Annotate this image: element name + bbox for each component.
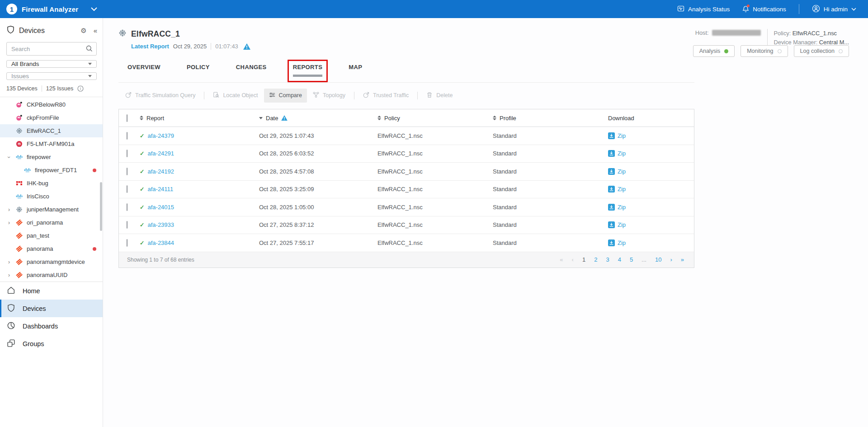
- chevron-down-icon: [88, 63, 92, 65]
- device-tree-item[interactable]: › panoramaUUID: [0, 268, 103, 282]
- info-icon[interactable]: [77, 85, 84, 92]
- collapse-sidebar-icon[interactable]: «: [94, 27, 97, 34]
- device-tree-item[interactable]: pan_test: [0, 229, 103, 242]
- issues-filter-select[interactable]: Issues: [6, 72, 97, 80]
- app-switcher-chevron-icon[interactable]: [91, 7, 97, 11]
- tab-overview[interactable]: OVERVIEW: [122, 60, 166, 76]
- report-profile: Standard: [493, 132, 608, 139]
- latest-report-link[interactable]: Latest Report: [131, 43, 169, 50]
- sidebar-item-home[interactable]: Home: [0, 282, 103, 300]
- warning-icon[interactable]: [243, 43, 250, 50]
- download-zip-link[interactable]: Zip: [618, 168, 626, 175]
- analysis-button[interactable]: Analysis: [693, 45, 735, 57]
- notifications-button[interactable]: Notifications: [742, 5, 786, 13]
- row-checkbox[interactable]: [127, 185, 127, 193]
- row-checkbox[interactable]: [127, 203, 127, 211]
- user-menu[interactable]: Hi admin: [812, 5, 856, 14]
- report-link[interactable]: afa-24291: [147, 150, 174, 157]
- report-profile: Standard: [493, 204, 608, 211]
- topology-icon: [313, 92, 319, 99]
- device-name: panoramaUUID: [27, 272, 67, 278]
- column-header-date[interactable]: Date: [259, 115, 377, 122]
- download-zip-link[interactable]: Zip: [618, 221, 626, 228]
- device-tree-item[interactable]: › panoramamgmtdevice: [0, 255, 103, 268]
- download-zip-link[interactable]: Zip: [618, 186, 626, 192]
- tab-map[interactable]: MAP: [343, 60, 368, 76]
- sidebar-item-dashboards[interactable]: Dashboards: [0, 317, 103, 335]
- download-zip-link[interactable]: Zip: [618, 239, 626, 246]
- host-value-redacted: [712, 30, 761, 36]
- home-icon: [7, 286, 15, 296]
- sort-icon[interactable]: [140, 116, 143, 120]
- brand-filter-select[interactable]: All Brands: [6, 60, 97, 68]
- tree-chevron-icon[interactable]: ›: [8, 206, 15, 213]
- date-warning-icon[interactable]: [281, 115, 288, 121]
- tree-chevron-icon[interactable]: ›: [8, 220, 15, 226]
- device-tree-item[interactable]: panorama: [0, 242, 103, 255]
- next-page-button[interactable]: ›: [670, 256, 672, 263]
- report-profile: Standard: [493, 239, 608, 246]
- report-link[interactable]: afa-24111: [147, 186, 173, 192]
- report-link[interactable]: afa-23844: [147, 239, 174, 246]
- sort-desc-icon[interactable]: [259, 117, 263, 119]
- page-10-button[interactable]: 10: [655, 256, 661, 263]
- column-header-profile[interactable]: Profile: [493, 115, 608, 122]
- report-link[interactable]: afa-24192: [147, 168, 174, 175]
- gear-icon[interactable]: ⚙: [80, 27, 86, 35]
- device-tree-item[interactable]: ElfwRACC_1: [0, 124, 103, 137]
- device-tree-item[interactable]: CKPBelowR80: [0, 98, 103, 111]
- device-name: panoramamgmtdevice: [27, 258, 85, 265]
- device-tree-item[interactable]: f5 F5-LMT-AFM901a: [0, 137, 103, 150]
- monitoring-button[interactable]: Monitoring: [741, 45, 788, 57]
- topbar: 1 Firewall Analyzer Analysis Status Noti…: [0, 0, 868, 18]
- device-tree-item[interactable]: IrisCisco: [0, 190, 103, 203]
- tab-changes[interactable]: CHANGES: [231, 60, 272, 76]
- analysis-status-button[interactable]: Analysis Status: [677, 5, 730, 14]
- report-link[interactable]: afa-24379: [147, 132, 174, 139]
- first-page-button: «: [560, 256, 563, 263]
- device-vendor-icon: [118, 29, 127, 39]
- device-tree-item[interactable]: ckpFromFile: [0, 111, 103, 124]
- column-header-policy[interactable]: Policy: [377, 115, 493, 122]
- sort-icon[interactable]: [493, 116, 496, 120]
- tab-policy[interactable]: POLICY: [181, 60, 215, 76]
- row-checkbox[interactable]: [127, 221, 127, 229]
- tab-reports[interactable]: REPORTS: [288, 60, 328, 82]
- row-checkbox[interactable]: [127, 150, 127, 157]
- notification-badge: [747, 5, 750, 7]
- page-4-button[interactable]: 4: [618, 256, 621, 263]
- device-tree-item[interactable]: firepower_FDT1: [0, 164, 103, 177]
- select-all-checkbox[interactable]: [127, 114, 127, 122]
- page-2-button[interactable]: 2: [594, 256, 597, 263]
- device-tree: CKPBelowR80 ckpFromFile ElfwRACC_1 f5 F5…: [0, 97, 103, 282]
- row-checkbox[interactable]: [127, 239, 127, 247]
- report-date: Oct 28, 2025 1:05:00: [259, 204, 377, 211]
- sidebar-item-devices[interactable]: Devices: [0, 300, 103, 317]
- row-checkbox[interactable]: [127, 168, 127, 175]
- column-header-report[interactable]: Report: [140, 115, 259, 122]
- sidebar-item-groups[interactable]: Groups: [0, 335, 103, 352]
- last-page-button[interactable]: »: [681, 256, 684, 263]
- download-zip-link[interactable]: Zip: [618, 204, 626, 211]
- device-tree-item[interactable]: IHK-bug: [0, 177, 103, 190]
- compare-button[interactable]: Compare: [264, 89, 307, 103]
- device-tree-item[interactable]: › juniperManagement: [0, 203, 103, 216]
- log-collection-button[interactable]: Log collection: [794, 45, 849, 57]
- page-5-button[interactable]: 5: [630, 256, 633, 263]
- page-3-button[interactable]: 3: [606, 256, 609, 263]
- sort-icon[interactable]: [377, 116, 381, 120]
- tree-chevron-icon[interactable]: ›: [8, 272, 15, 278]
- report-link[interactable]: afa-24015: [147, 204, 174, 211]
- prev-page-button: ‹: [572, 256, 574, 263]
- row-checkbox[interactable]: [127, 132, 127, 140]
- tree-chevron-icon[interactable]: ›: [8, 259, 15, 265]
- download-zip-link[interactable]: Zip: [618, 132, 626, 139]
- device-search-input[interactable]: [6, 42, 97, 56]
- device-tree-item[interactable]: › ori_panorama: [0, 216, 103, 229]
- device-tree-item[interactable]: › firepower: [0, 150, 103, 164]
- report-link[interactable]: afa-23933: [147, 221, 174, 228]
- download-zip-link[interactable]: Zip: [618, 150, 626, 157]
- counts-divider: [42, 85, 42, 92]
- tree-chevron-icon[interactable]: ›: [8, 154, 15, 160]
- trusted-traffic-icon: [363, 92, 369, 99]
